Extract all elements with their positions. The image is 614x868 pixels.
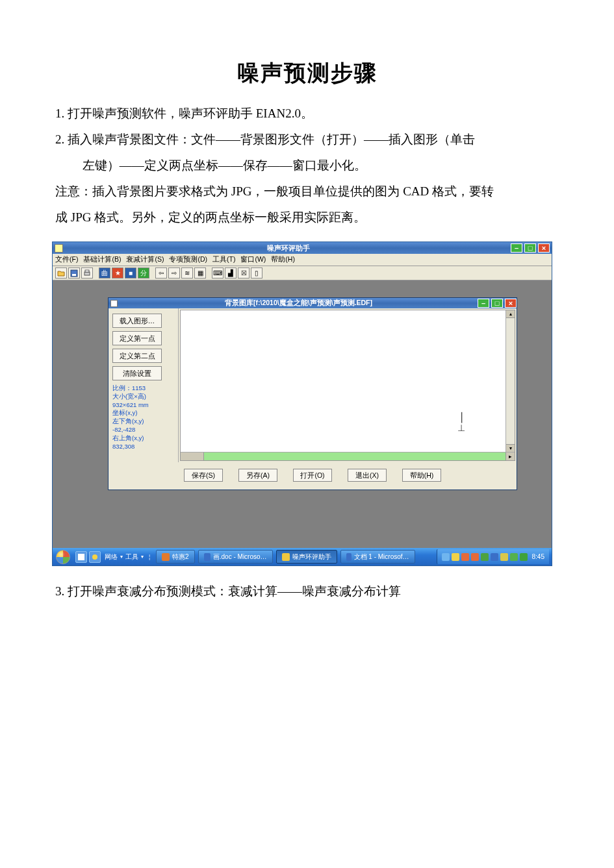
quick-launch-2[interactable] xyxy=(89,551,101,563)
exit-button[interactable]: 退出(X) xyxy=(348,469,387,482)
save-button[interactable]: 保存(S) xyxy=(184,469,223,482)
task-icon xyxy=(346,553,352,561)
document-page: 噪声预测步骤 1. 打开噪声预测软件，噪声环评助手 EIAN2.0。 2. 插入… xyxy=(0,0,614,631)
task-label: 噪声环评助手 xyxy=(292,552,331,562)
dialog-button-row: 保存(S) 另存(A) 打开(O) 退出(X) 帮助(H) xyxy=(109,462,517,490)
tool-icon-2[interactable]: ★ xyxy=(112,267,123,279)
dialog-title: 背景图库[f:\2010\魔盒之能\声预测\声预测.EDF] xyxy=(120,299,478,308)
menu-special-forecast[interactable]: 专项预测(D) xyxy=(169,255,207,264)
task-item-4[interactable]: 文档 1 - Microsof… xyxy=(340,550,415,564)
print-icon[interactable] xyxy=(81,267,93,279)
menu-tools[interactable]: 工具(T) xyxy=(212,255,235,264)
tray-icon[interactable] xyxy=(471,553,479,561)
task-icon xyxy=(204,553,211,561)
note-line-2: 成 JPG 格式。另外，定义的两点坐标一般采用实际距离。 xyxy=(55,205,559,230)
background-image-dialog: 背景图库[f:\2010\魔盒之能\声预测\声预测.EDF] – □ × 载入图… xyxy=(108,297,517,490)
dialog-close-button[interactable]: × xyxy=(505,299,517,308)
tool-icon-4[interactable]: 分 xyxy=(138,267,149,279)
info-bottom-left-label: 左下角(x,y) xyxy=(112,417,174,426)
vertical-scrollbar[interactable]: ▴ ▾ xyxy=(505,310,515,452)
dialog-maximize-button[interactable]: □ xyxy=(491,299,503,308)
calc-icon[interactable]: ⌨ xyxy=(212,267,224,279)
scroll-right-icon[interactable]: ▸ xyxy=(505,453,515,460)
task-item-1[interactable]: 特惠2 xyxy=(156,550,195,564)
load-image-button[interactable]: 载入图形… xyxy=(112,314,162,328)
menu-file[interactable]: 文件(F) xyxy=(55,255,78,264)
menu-help[interactable]: 帮助(H) xyxy=(271,255,295,264)
toolbar: 曲 ★ ■ 分 ⇦ ⇨ ≋ ▦ ⌨ ▟ ☒ ▯ xyxy=(53,266,552,280)
tool-icon-3[interactable]: ■ xyxy=(125,267,136,279)
task-label: 特惠2 xyxy=(172,552,189,562)
menu-attenuation-calc[interactable]: 衰减计算(S) xyxy=(126,255,164,264)
svg-rect-1 xyxy=(72,274,76,276)
windows-logo-icon xyxy=(56,550,70,564)
tray-icon[interactable] xyxy=(452,553,459,561)
window-controls: – □ × xyxy=(511,243,550,253)
dialog-titlebar: 背景图库[f:\2010\魔盒之能\声预测\声预测.EDF] – □ × xyxy=(109,298,517,308)
define-point-2-button[interactable]: 定义第二点 xyxy=(112,349,162,363)
info-size-value: 932×621 mm xyxy=(112,401,174,410)
info-coord-label: 坐标(x,y) xyxy=(112,409,174,417)
tray-icon[interactable] xyxy=(481,553,489,561)
open-button[interactable]: 打开(O) xyxy=(293,469,332,482)
svg-rect-2 xyxy=(84,272,90,275)
maximize-button[interactable]: □ xyxy=(524,243,536,253)
doc-title: 噪声预测步骤 xyxy=(55,58,559,88)
scroll-down-icon[interactable]: ▾ xyxy=(506,444,515,452)
close-x-icon[interactable]: ☒ xyxy=(238,267,249,279)
grid-icon[interactable]: ▦ xyxy=(194,267,206,279)
menu-window[interactable]: 窗口(W) xyxy=(240,255,266,264)
tray-icon[interactable] xyxy=(520,553,528,561)
tray-icon[interactable] xyxy=(510,553,518,561)
info-top-right-value: 832,308 xyxy=(112,443,174,451)
taskbar: 网络▾ 工具▾￤ 特惠2 画.doc - Microso… 噪声环评助手 文档 … xyxy=(53,548,552,565)
tray-icon[interactable] xyxy=(491,553,498,561)
save-as-button[interactable]: 另存(A) xyxy=(238,469,277,482)
minimize-button[interactable]: – xyxy=(511,243,522,253)
doc-icon[interactable]: ▯ xyxy=(251,267,262,279)
canvas-area[interactable]: ⎮⊥ ▴ ▾ ▸ xyxy=(180,310,515,461)
dialog-minimize-button[interactable]: – xyxy=(478,299,489,308)
coordinate-info: 比例：1153 大小(宽×高) 932×621 mm 坐标(x,y) 左下角(x… xyxy=(112,384,174,451)
side-panel: 载入图形… 定义第一点 定义第二点 清除设置 比例：1153 大小(宽×高) 9… xyxy=(109,308,179,462)
help-button[interactable]: 帮助(H) xyxy=(402,469,441,482)
define-point-1-button[interactable]: 定义第一点 xyxy=(112,331,162,345)
app-window: 噪声环评助手 – □ × 文件(F) 基础计算(B) 衰减计算(S) 专项预测(… xyxy=(52,242,552,566)
step-3: 3. 打开噪声衰减分布预测模式：衰减计算——噪声衰减分布计算 xyxy=(55,579,559,604)
close-button[interactable]: × xyxy=(538,243,550,253)
svg-rect-4 xyxy=(78,554,84,560)
canvas-marker: ⎮⊥ xyxy=(457,412,465,433)
app-titlebar: 噪声环评助手 – □ × xyxy=(53,242,552,254)
wave-icon[interactable]: ≋ xyxy=(181,267,193,279)
open-icon[interactable] xyxy=(55,267,67,279)
menu-basic-calc[interactable]: 基础计算(B) xyxy=(83,255,121,264)
info-bottom-left-value: -82,-428 xyxy=(112,426,174,434)
arrow-right-icon[interactable]: ⇨ xyxy=(168,267,180,279)
note-line-1: 注意：插入背景图片要求格式为 JPG，一般项目单位提供的图为 CAD 格式，要转 xyxy=(55,179,559,204)
start-button[interactable] xyxy=(53,548,73,565)
arrow-left-icon[interactable]: ⇦ xyxy=(155,267,167,279)
clear-settings-button[interactable]: 清除设置 xyxy=(112,366,162,380)
deskbar-tools-label[interactable]: 工具 xyxy=(125,552,138,562)
chart-icon[interactable]: ▟ xyxy=(225,267,237,279)
app-icon xyxy=(55,244,63,253)
save-icon[interactable] xyxy=(68,267,80,279)
svg-rect-3 xyxy=(85,270,89,272)
system-tray: 8:45 xyxy=(437,549,549,564)
step-1: 1. 打开噪声预测软件，噪声环评助手 EIAN2.0。 xyxy=(55,101,559,126)
quick-launch-1[interactable] xyxy=(75,551,87,563)
task-item-2[interactable]: 画.doc - Microso… xyxy=(198,550,273,564)
tray-icon[interactable] xyxy=(461,553,469,561)
tool-icon-1[interactable]: 曲 xyxy=(99,267,110,279)
task-item-3[interactable]: 噪声环评助手 xyxy=(276,550,337,564)
svg-point-5 xyxy=(92,554,97,560)
scroll-thumb[interactable] xyxy=(204,453,505,460)
step-2-line-2: 左键）——定义两点坐标——保存——窗口最小化。 xyxy=(55,153,559,178)
horizontal-scrollbar[interactable]: ▸ xyxy=(181,452,515,460)
info-size-label: 大小(宽×高) xyxy=(112,393,174,401)
tray-icon[interactable] xyxy=(442,553,450,561)
workspace: 背景图库[f:\2010\魔盒之能\声预测\声预测.EDF] – □ × 载入图… xyxy=(53,280,552,548)
deskbar-network-label[interactable]: 网络 xyxy=(105,552,118,562)
scroll-up-icon[interactable]: ▴ xyxy=(506,310,515,318)
tray-icon[interactable] xyxy=(500,553,508,561)
